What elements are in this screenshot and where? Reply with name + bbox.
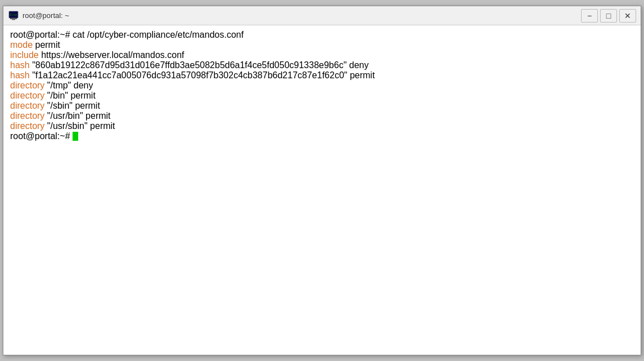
title-bar-left: C:\>_ root@portal: ~: [8, 10, 69, 21]
output-dir3: directory "/sbin" permit: [10, 101, 634, 111]
svg-rect-3: [12, 19, 15, 20]
cursor: [73, 132, 78, 141]
maximize-button[interactable]: □: [600, 9, 617, 23]
output-include: include https://webserver.local/mandos.c…: [10, 50, 634, 60]
output-dir1: directory "/tmp" deny: [10, 81, 634, 91]
final-prompt: root@portal:~#: [10, 131, 73, 141]
output-mode: mode permit: [10, 40, 634, 50]
terminal-body[interactable]: root@portal:~# cat /opt/cyber-compliance…: [3, 25, 641, 355]
window-title: root@portal: ~: [22, 11, 69, 20]
svg-rect-5: [11, 19, 16, 19]
close-button[interactable]: ✕: [619, 9, 636, 23]
output-dir5: directory "/usr/sbin" permit: [10, 121, 634, 131]
command-line: root@portal:~# cat /opt/cyber-compliance…: [10, 30, 634, 40]
output-dir2: directory "/bin" permit: [10, 91, 634, 101]
output-hash1: hash "860ab19122c867d95d31d016e7ffdb3ae5…: [10, 60, 634, 70]
terminal-icon: C:\>_: [8, 10, 19, 21]
terminal-content-wrapper: root@portal:~# cat /opt/cyber-compliance…: [3, 25, 641, 355]
title-bar: C:\>_ root@portal: ~ − □ ✕: [3, 6, 641, 25]
output-hash2: hash "f1a12ac21ea441cc7a005076dc931a5709…: [10, 70, 634, 81]
output-dir4: directory "/usr/bin" permit: [10, 111, 634, 121]
window-controls: − □ ✕: [581, 9, 636, 23]
minimize-button[interactable]: −: [581, 9, 598, 23]
prompt: root@portal:~#: [10, 30, 70, 39]
final-prompt-line: root@portal:~#: [10, 131, 634, 141]
svg-text:C:\>_: C:\>_: [10, 13, 19, 17]
command-text: cat /opt/cyber-compliance/etc/mandos.con…: [70, 30, 244, 39]
terminal-window: C:\>_ root@portal: ~ − □ ✕ root@portal:~…: [3, 6, 641, 355]
